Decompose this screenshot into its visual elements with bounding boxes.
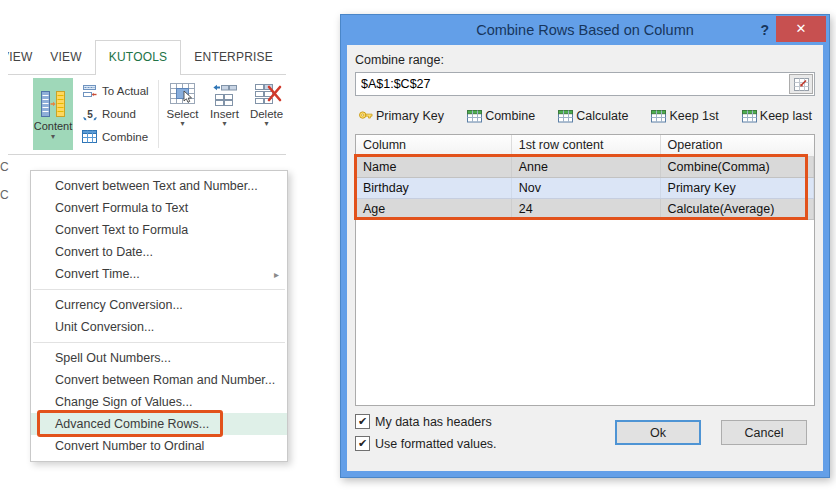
checkbox-box[interactable]: ✔ <box>355 414 370 429</box>
menu-item-currency-conversion[interactable]: Currency Conversion... <box>31 294 287 316</box>
delete-icon <box>252 80 282 108</box>
ok-button[interactable]: Ok <box>615 420 701 445</box>
menu-item-convert-to-date[interactable]: Convert to Date... <box>31 241 287 263</box>
ribbon-button-combine[interactable]: Combine <box>78 126 153 147</box>
ribbon-tab-3-enterprise[interactable]: ENTERPRISE <box>181 41 286 74</box>
checkbox-my-data-has-headers[interactable]: ✔My data has headers <box>355 414 497 429</box>
menu-item-label: Unit Conversion... <box>55 320 287 334</box>
combine-table-icon <box>82 129 98 144</box>
menu-item-label: Convert Time... <box>55 267 274 281</box>
menu-item-convert-between-text-and-number[interactable]: Convert between Text and Number... <box>31 175 287 197</box>
column-header-operation[interactable]: Operation <box>661 135 814 156</box>
listbox-rows: NameAnneCombine(Comma)BirthdayNovPrimary… <box>356 157 814 220</box>
grid-icon <box>467 109 482 123</box>
range-picker-button[interactable] <box>789 74 813 94</box>
table-cell: Primary Key <box>661 178 814 198</box>
menu-item-unit-conversion[interactable]: Unit Conversion... <box>31 316 287 338</box>
dialog-buttons: Ok Cancel <box>615 420 807 445</box>
menu-item-label: Convert between Text and Number... <box>55 179 287 193</box>
checkmark-icon: ✔ <box>358 415 367 428</box>
range-picker-icon <box>794 78 809 91</box>
svg-text:5: 5 <box>87 108 93 119</box>
menu-item-convert-text-to-formula[interactable]: Convert Text to Formula <box>31 219 287 241</box>
ribbon-button-insert[interactable]: Insert▾ <box>204 78 245 127</box>
checkbox-box[interactable]: ✔ <box>355 436 370 451</box>
menu-separator <box>33 342 285 343</box>
toolbar-button-primary-key[interactable]: Primary Key <box>355 107 447 125</box>
ribbon-button-delete[interactable]: Delete▾ <box>246 78 287 127</box>
menu-item-label: Currency Conversion... <box>55 298 287 312</box>
toolbar-button-keep-1st[interactable]: Keep 1st <box>648 107 721 125</box>
toolbar-button-combine[interactable]: Combine <box>464 107 538 125</box>
menu-item-convert-time[interactable]: Convert Time...▸ <box>31 263 287 285</box>
menu-item-label: Spell Out Numbers... <box>55 351 287 365</box>
dialog-body: Combine range: Primary Key Combine Calcu… <box>347 45 823 471</box>
grid-icon <box>651 109 666 123</box>
menu-item-convert-between-roman-and-number[interactable]: Convert between Roman and Number... <box>31 369 287 391</box>
close-icon: ✕ <box>796 21 807 36</box>
menu-item-spell-out-numbers[interactable]: Spell Out Numbers... <box>31 347 287 369</box>
menu-item-convert-number-to-ordinal[interactable]: Convert Number to Ordinal <box>31 435 287 457</box>
dialog-titlebar[interactable]: Combine Rows Based on Column ? ✕ <box>341 15 829 45</box>
ribbon-tab-1-view[interactable]: VIEW <box>37 41 94 74</box>
chevron-down-icon: ▾ <box>180 120 184 127</box>
chevron-down-icon: ▾ <box>264 120 268 127</box>
menu-item-label: Convert Formula to Text <box>55 201 287 215</box>
table-cell: Age <box>356 199 512 219</box>
column-header-1st-row-content[interactable]: 1st row content <box>512 135 661 156</box>
menu-item-label: Convert to Date... <box>55 245 287 259</box>
checkmark-icon: ✔ <box>358 437 367 450</box>
grid-icon <box>558 109 573 123</box>
chevron-down-icon: ▾ <box>222 120 226 127</box>
table-cell: Calculate(Average) <box>661 199 814 219</box>
toolbar-button-keep-last[interactable]: Keep last <box>739 107 815 125</box>
ribbon-button-select[interactable]: Select▾ <box>162 78 203 127</box>
menu-item-label: Convert between Roman and Number... <box>55 373 287 387</box>
table-row[interactable]: Age24Calculate(Average) <box>356 199 814 220</box>
excel-ribbon: VIEWVIEWKUTOOLSENTERPRISE Content ▾ To A… <box>8 40 286 168</box>
close-button[interactable]: ✕ <box>776 16 826 42</box>
insert-icon <box>210 80 240 108</box>
toolbar-button-calculate[interactable]: Calculate <box>555 107 631 125</box>
menu-item-label: Change Sign of Values... <box>55 395 287 409</box>
button-label: Round <box>102 108 136 120</box>
dialog-footer: ✔My data has headers✔Use formatted value… <box>355 414 815 451</box>
menu-item-convert-formula-to-text[interactable]: Convert Formula to Text <box>31 197 287 219</box>
toolbar-button-label: Keep last <box>760 109 812 123</box>
table-cell: Birthday <box>356 178 512 198</box>
round-icon: 5 <box>82 106 98 122</box>
help-button[interactable]: ? <box>760 15 769 45</box>
column-header-column[interactable]: Column <box>356 135 512 156</box>
checkbox-label: My data has headers <box>375 415 492 429</box>
ribbon-button-to-actual[interactable]: To Actual <box>78 80 153 101</box>
ribbon-tab-2-kutools[interactable]: KUTOOLS <box>95 40 182 75</box>
button-label: To Actual <box>102 85 149 97</box>
table-row[interactable]: NameAnneCombine(Comma) <box>356 157 814 178</box>
table-cell: Anne <box>512 157 661 177</box>
ribbon-tab-0-view[interactable]: VIEW <box>8 41 37 74</box>
ribbon-big-button-group: Select▾ Insert▾ Delete▾ <box>162 78 287 127</box>
table-cell: Combine(Comma) <box>661 157 814 177</box>
ribbon-small-button-group: To Actual 5 Round Combine <box>78 80 153 147</box>
table-cell: Name <box>356 157 512 177</box>
table-row[interactable]: BirthdayNovPrimary Key <box>356 178 814 199</box>
menu-separator <box>33 289 285 290</box>
combine-range-input[interactable] <box>356 77 789 91</box>
dialog-toolbar: Primary Key Combine Calculate Keep 1st K… <box>355 104 815 128</box>
to-actual-icon <box>82 83 98 99</box>
menu-item-advanced-combine-rows[interactable]: Advanced Combine Rows... <box>31 413 287 435</box>
menu-item-label: Advanced Combine Rows... <box>55 417 287 431</box>
screenshot-canvas: VIEWVIEWKUTOOLSENTERPRISE Content ▾ To A… <box>0 0 836 490</box>
checkbox-label: Use formatted values. <box>375 437 497 451</box>
menu-item-change-sign-of-values[interactable]: Change Sign of Values... <box>31 391 287 413</box>
select-icon <box>168 80 198 108</box>
combine-range-row <box>355 72 815 96</box>
content-button[interactable]: Content ▾ <box>33 78 73 150</box>
checkbox-use-formatted-values[interactable]: ✔Use formatted values. <box>355 436 497 451</box>
table-cell: Nov <box>512 178 661 198</box>
checkbox-group: ✔My data has headers✔Use formatted value… <box>355 414 497 451</box>
cancel-button[interactable]: Cancel <box>721 420 807 445</box>
toolbar-button-label: Keep 1st <box>669 109 718 123</box>
menu-item-label: Convert Number to Ordinal <box>55 439 287 453</box>
ribbon-button-round[interactable]: 5 Round <box>78 103 153 124</box>
